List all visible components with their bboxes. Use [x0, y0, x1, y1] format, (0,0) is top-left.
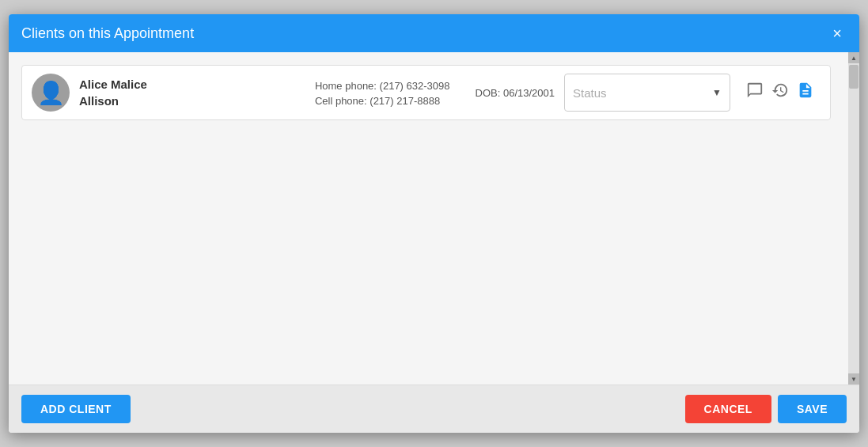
dialog: Clients on this Appointment × 👤 Alice Ma… — [9, 14, 859, 433]
client-dob: DOB: 06/13/2001 — [460, 87, 555, 99]
person-icon: 👤 — [37, 80, 65, 106]
dialog-footer: ADD CLIENT CANCEL SAVE — [9, 384, 859, 433]
cancel-button[interactable]: CANCEL — [685, 395, 771, 423]
add-client-button[interactable]: ADD CLIENT — [21, 395, 131, 423]
cell-phone-value: (217) 217-8888 — [370, 95, 440, 107]
client-phones: Home phone: (217) 632-3098 Cell phone: (… — [315, 78, 450, 107]
dob-label: DOB: — [476, 87, 501, 99]
scroll-down-arrow[interactable]: ▼ — [848, 373, 859, 384]
dialog-title: Clients on this Appointment — [21, 25, 194, 42]
dialog-body: 👤 Alice Malice Allison Home phone: (217)… — [9, 52, 859, 384]
scrollbar-thumb[interactable] — [849, 65, 859, 89]
message-icon[interactable] — [746, 81, 764, 104]
client-info: Alice Malice Allison — [79, 78, 305, 108]
dialog-header: Clients on this Appointment × — [9, 14, 859, 52]
close-button[interactable]: × — [828, 24, 847, 43]
client-row: 👤 Alice Malice Allison Home phone: (217)… — [21, 65, 831, 120]
home-phone-value: (217) 632-3098 — [380, 80, 450, 92]
client-name: Alice Malice — [79, 78, 305, 91]
chevron-down-icon: ▼ — [712, 87, 722, 98]
scrollbar[interactable]: ▲ ▼ — [848, 52, 859, 384]
client-lastname: Allison — [79, 94, 305, 108]
status-dropdown[interactable]: Status ▼ — [564, 74, 730, 112]
home-phone-label: Home phone: — [315, 80, 377, 92]
footer-right: CANCEL SAVE — [685, 395, 847, 423]
save-button[interactable]: SAVE — [778, 395, 847, 423]
document-icon[interactable] — [797, 81, 814, 104]
status-placeholder: Status — [573, 86, 607, 100]
cell-phone-label: Cell phone: — [315, 95, 367, 107]
action-icons — [740, 81, 821, 104]
home-phone: Home phone: (217) 632-3098 — [315, 80, 450, 92]
history-icon[interactable] — [771, 81, 789, 104]
cell-phone: Cell phone: (217) 217-8888 — [315, 95, 450, 107]
avatar: 👤 — [32, 74, 70, 112]
scroll-up-arrow[interactable]: ▲ — [848, 52, 859, 63]
dob-value: 06/13/2001 — [503, 87, 555, 99]
